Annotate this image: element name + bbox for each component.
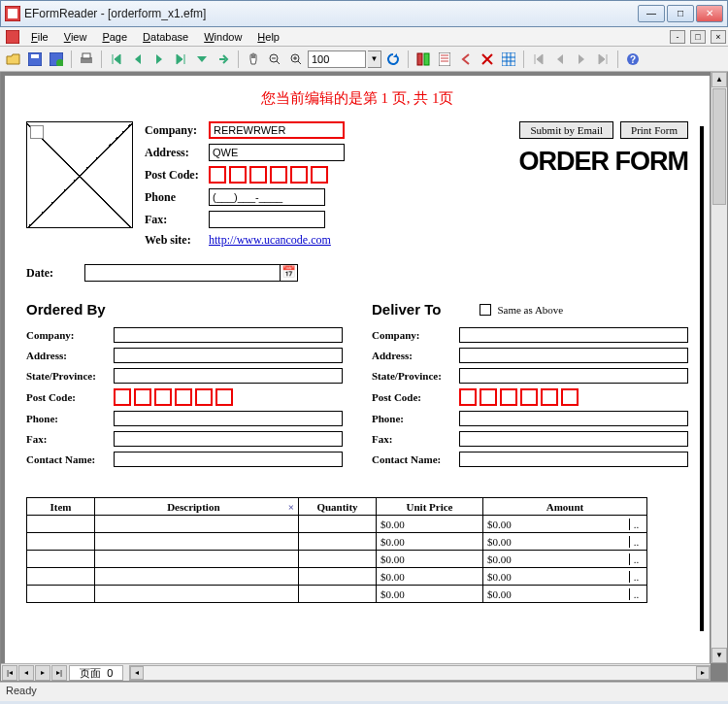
ob-contact-input[interactable]: [114, 452, 343, 467]
cell-desc[interactable]: [95, 516, 299, 533]
ob-phone-input[interactable]: [114, 411, 343, 426]
ob-address-input[interactable]: [114, 348, 343, 363]
horizontal-scrollbar[interactable]: ◂ ▸: [129, 665, 711, 681]
ob-fax-input[interactable]: [114, 431, 343, 447]
amount-ellipsis-button[interactable]: ..: [629, 588, 643, 600]
zoom-out-icon[interactable]: [265, 50, 284, 69]
ob-state-input[interactable]: [114, 368, 343, 384]
ob-company-input[interactable]: [114, 327, 343, 343]
cell-item[interactable]: [27, 516, 95, 533]
dt-company-input[interactable]: [459, 327, 688, 343]
phone-input[interactable]: [209, 188, 325, 206]
rec-prev-icon[interactable]: [550, 50, 570, 69]
vertical-scrollbar[interactable]: ▲ ▼: [711, 72, 727, 663]
website-link[interactable]: http://www.ucancode.com: [209, 233, 331, 248]
amount-ellipsis-button[interactable]: ..: [629, 571, 643, 583]
help-icon[interactable]: ?: [623, 50, 643, 69]
cell-unit[interactable]: $0.00: [377, 533, 483, 551]
menu-file[interactable]: FFileile: [23, 29, 56, 45]
cell-amount[interactable]: $0.00..: [483, 586, 647, 603]
cell-amount[interactable]: $0.00..: [483, 551, 647, 568]
tab-next-icon[interactable]: ▸: [35, 665, 50, 681]
cell-unit[interactable]: $0.00: [377, 516, 483, 533]
scroll-down-icon[interactable]: ▼: [711, 648, 727, 663]
mdi-minimize-button[interactable]: -: [670, 30, 685, 44]
rec-last-icon[interactable]: [593, 50, 612, 69]
open-icon[interactable]: [4, 50, 23, 69]
nav-last-icon[interactable]: [171, 50, 190, 69]
nav-goto-icon[interactable]: [214, 50, 233, 69]
close-button[interactable]: ✕: [696, 5, 723, 22]
cell-unit[interactable]: $0.00: [377, 586, 483, 603]
dt-postcode-boxes[interactable]: [459, 388, 579, 406]
maximize-button[interactable]: □: [667, 5, 694, 22]
nav-next-icon[interactable]: [149, 50, 169, 69]
cell-item[interactable]: [27, 568, 95, 586]
cell-item[interactable]: [27, 586, 95, 603]
amount-ellipsis-button[interactable]: ..: [629, 553, 643, 565]
cell-desc[interactable]: [95, 568, 299, 586]
scroll-up-icon[interactable]: ▲: [711, 72, 727, 87]
cell-unit[interactable]: $0.00: [377, 551, 483, 568]
dt-contact-input[interactable]: [459, 452, 688, 467]
postcode-boxes[interactable]: [209, 166, 328, 184]
cell-amount[interactable]: $0.00..: [483, 516, 647, 533]
amount-ellipsis-button[interactable]: ..: [629, 519, 643, 530]
refresh-icon[interactable]: [383, 50, 403, 69]
mdi-restore-button[interactable]: □: [690, 30, 706, 44]
mdi-close-button[interactable]: ×: [711, 30, 726, 44]
tab-prev-icon[interactable]: ◂: [18, 665, 34, 681]
menu-window[interactable]: Window: [196, 29, 249, 45]
dt-fax-input[interactable]: [459, 431, 688, 447]
menu-help[interactable]: Help: [249, 29, 287, 45]
cell-amount[interactable]: $0.00..: [483, 533, 647, 551]
cell-desc[interactable]: [95, 586, 299, 603]
dt-state-input[interactable]: [459, 368, 688, 384]
same-as-above-checkbox[interactable]: [480, 304, 491, 316]
document-icon[interactable]: [435, 50, 454, 69]
address-input[interactable]: [209, 144, 345, 161]
cell-qty[interactable]: [299, 551, 377, 568]
save-icon[interactable]: [25, 50, 45, 69]
cell-qty[interactable]: [299, 533, 377, 551]
submit-email-button[interactable]: Submit by Email: [519, 121, 613, 139]
tab-first-icon[interactable]: |◂: [2, 665, 17, 681]
ob-postcode-boxes[interactable]: [114, 388, 233, 406]
image-placeholder[interactable]: [26, 121, 133, 228]
dt-address-input[interactable]: [459, 348, 688, 363]
cell-item[interactable]: [27, 533, 95, 551]
menu-view[interactable]: View: [56, 29, 95, 45]
hand-icon[interactable]: [244, 50, 263, 69]
zoom-dropdown[interactable]: ▼: [368, 50, 381, 68]
cell-desc[interactable]: [95, 551, 299, 568]
fax-input[interactable]: [209, 211, 325, 228]
hscroll-left-icon[interactable]: ◂: [130, 666, 144, 680]
calendar-icon[interactable]: 📅: [280, 265, 297, 281]
cell-desc[interactable]: [95, 533, 299, 551]
page-tab[interactable]: 页面 0: [69, 665, 123, 681]
hscroll-right-icon[interactable]: ▸: [696, 666, 710, 680]
fields-icon[interactable]: [414, 50, 433, 69]
save-green-icon[interactable]: [47, 50, 66, 69]
rec-first-icon[interactable]: [529, 50, 548, 69]
cell-qty[interactable]: [299, 516, 377, 533]
nav-down-icon[interactable]: [192, 50, 212, 69]
print-icon[interactable]: [77, 50, 96, 69]
grid-icon[interactable]: [499, 50, 518, 69]
amount-ellipsis-button[interactable]: ..: [629, 536, 643, 548]
cell-qty[interactable]: [299, 568, 377, 586]
print-form-button[interactable]: Print Form: [620, 121, 688, 139]
date-input[interactable]: 📅: [84, 264, 298, 282]
minimize-button[interactable]: —: [638, 5, 665, 22]
cell-unit[interactable]: $0.00: [377, 568, 483, 586]
nav-first-icon[interactable]: [107, 50, 126, 69]
zoom-input[interactable]: [308, 50, 366, 68]
nav-prev-icon[interactable]: [128, 50, 148, 69]
company-input[interactable]: [209, 121, 345, 139]
cell-qty[interactable]: [299, 586, 377, 603]
arrow-left-icon[interactable]: [456, 50, 476, 69]
tab-last-icon[interactable]: ▸|: [51, 665, 67, 681]
zoom-in-icon[interactable]: [286, 50, 306, 69]
menu-page[interactable]: Page: [94, 29, 135, 45]
dt-phone-input[interactable]: [459, 411, 688, 426]
